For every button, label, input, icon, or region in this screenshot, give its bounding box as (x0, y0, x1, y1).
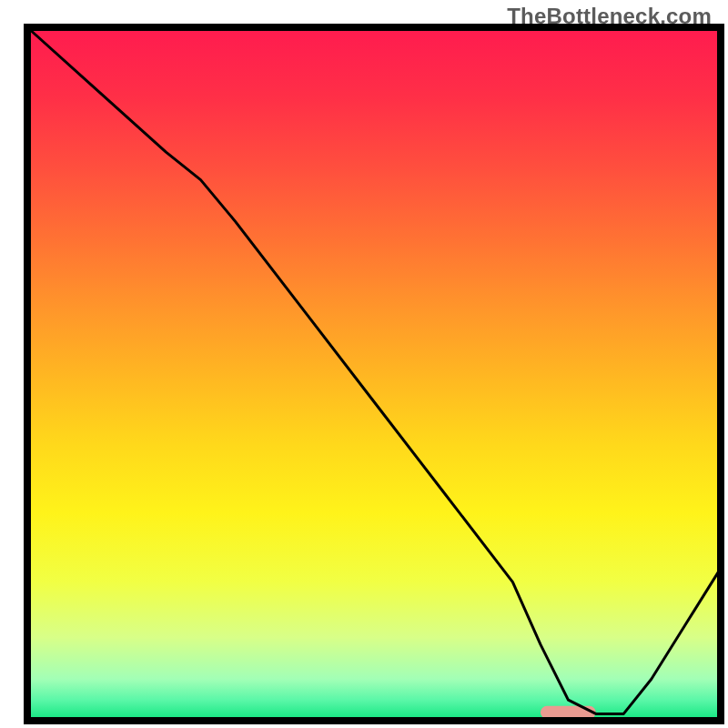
watermark-label: TheBottleneck.com (507, 4, 712, 29)
chart-container: TheBottleneck.com (0, 0, 728, 728)
gradient-background (27, 27, 721, 721)
bottleneck-chart (0, 0, 728, 728)
optimal-range-marker (541, 706, 596, 719)
